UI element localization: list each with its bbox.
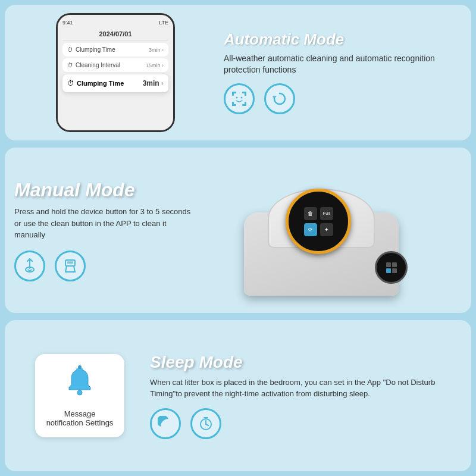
automatic-mode-icons <box>224 83 462 114</box>
brush-icon <box>55 250 86 281</box>
phone-mockup: 9:41 LTE 2024/07/01 ⏱ Clumping Time 3min… <box>56 13 175 132</box>
device-mockup-container: 🗑 Full ⟳ ✦ 👆 <box>193 157 462 303</box>
sleep-mode-icons <box>150 408 462 439</box>
ctrl-btn-4: ✦ <box>320 223 333 236</box>
manual-mode-icons <box>14 250 193 281</box>
svg-line-20 <box>206 424 208 425</box>
manual-mode-info: Manual Mode Press and hold the device bu… <box>14 157 193 303</box>
phone-row-1: ⏱ Clumping Time 3min › <box>62 43 168 57</box>
phone-row-2: ⏱ Cleaning Interval 15min › <box>62 58 168 72</box>
phone-highlight-row: ⏱ Clumping Time 3min › <box>62 74 168 92</box>
clock-icon-small: ⏱ <box>67 46 73 53</box>
sleep-mode-section: Message notification Settings Sleep Mode… <box>5 320 471 471</box>
sec-btn-3 <box>386 268 391 273</box>
sec-btn-4 <box>392 268 397 273</box>
phone-date: 2024/07/01 <box>62 28 168 40</box>
secondary-buttons <box>386 262 397 273</box>
svg-point-8 <box>236 96 238 98</box>
phone-time: 9:41 <box>62 20 73 26</box>
ctrl-btn-1: 🗑 <box>304 207 317 220</box>
automatic-mode-desc: All-weather automatic cleaning and autom… <box>224 53 462 76</box>
automatic-mode-info: Automatic Mode All-weather automatic cle… <box>217 14 462 131</box>
sleep-mode-title: Sleep Mode <box>150 353 462 372</box>
phone-row-1-label: Clumping Time <box>76 46 115 53</box>
touch-icon <box>14 250 45 281</box>
svg-point-9 <box>241 96 243 98</box>
phone-row-2-label: Cleaning Interval <box>76 62 120 68</box>
notification-label: Message notification Settings <box>45 409 115 427</box>
sleep-mode-desc: When cat litter box is placed in the bed… <box>150 377 462 400</box>
phone-mockup-container: 9:41 LTE 2024/07/01 ⏱ Clumping Time 3min… <box>14 14 217 131</box>
moon-icon <box>150 408 181 439</box>
phone-row-2-value: 15min › <box>146 62 164 68</box>
manual-mode-title: Manual Mode <box>14 179 193 201</box>
manual-mode-section: Manual Mode Press and hold the device bu… <box>5 148 471 313</box>
device-mockup: 🗑 Full ⟳ ✦ 👆 <box>238 165 416 296</box>
sleep-mode-info: Sleep Mode When cat litter box is placed… <box>145 330 462 462</box>
ctrl-btn-3: ⟳ <box>304 223 317 236</box>
face-scan-icon <box>224 83 255 114</box>
control-buttons-grid: 🗑 Full ⟳ ✦ <box>299 202 338 241</box>
clock-timer-icon <box>190 408 221 439</box>
svg-rect-3 <box>245 92 246 96</box>
svg-point-15 <box>77 390 82 395</box>
highlight-label: Clumping Time <box>77 80 124 87</box>
manual-mode-desc: Press and hold the device button for 3 t… <box>14 206 193 241</box>
highlight-clock-icon: ⏱ <box>67 79 74 87</box>
svg-rect-5 <box>232 102 234 106</box>
automatic-mode-title: Automatic Mode <box>224 31 462 48</box>
sec-btn-2 <box>392 262 397 267</box>
bell-icon <box>63 365 96 405</box>
ctrl-btn-2: Full <box>320 207 333 220</box>
svg-rect-7 <box>245 102 246 106</box>
phone-row-1-value: 3min › <box>149 47 164 53</box>
highlight-value: 3min › <box>143 79 164 87</box>
automatic-mode-section: 9:41 LTE 2024/07/01 ⏱ Clumping Time 3min… <box>5 5 471 140</box>
sec-btn-1 <box>386 262 391 267</box>
control-panel: 🗑 Full ⟳ ✦ <box>286 189 351 254</box>
phone-signal: LTE <box>159 20 168 26</box>
sleep-mode-visual: Message notification Settings <box>14 330 145 462</box>
svg-marker-10 <box>273 96 277 99</box>
secondary-panel <box>375 251 408 284</box>
svg-rect-1 <box>232 92 234 96</box>
notification-card: Message notification Settings <box>35 354 124 437</box>
refresh-icon <box>264 83 295 114</box>
clock-icon-small2: ⏱ <box>67 62 73 68</box>
svg-point-17 <box>78 365 82 369</box>
